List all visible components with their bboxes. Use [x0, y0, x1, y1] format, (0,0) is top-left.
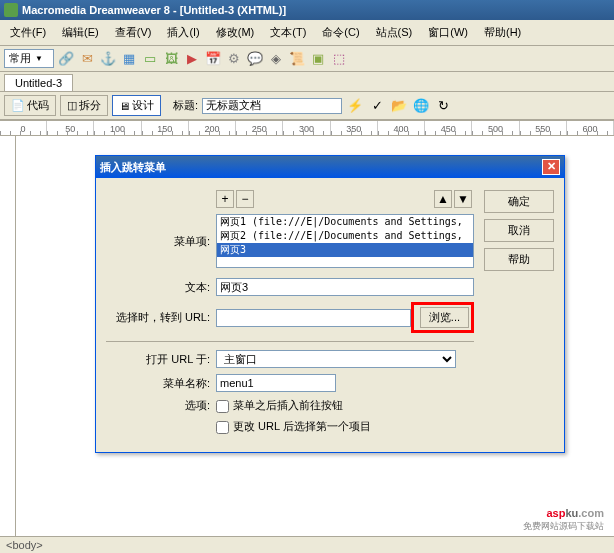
browse-button[interactable]: 浏览... — [420, 307, 469, 328]
option2-label[interactable]: 更改 URL 后选择第一个项目 — [216, 419, 371, 434]
close-icon[interactable]: ✕ — [542, 159, 560, 175]
document-toolbar: 📄代码 ◫拆分 🖥设计 标题: ⚡ ✓ 📂 🌐 ↻ — [0, 92, 614, 120]
layer-icon[interactable]: ▭ — [141, 50, 159, 68]
menu-site[interactable]: 站点(S) — [370, 23, 419, 42]
watermark-sub: 免费网站源码下载站 — [523, 520, 604, 533]
browser-check-icon[interactable]: ⚡ — [346, 97, 364, 115]
menu-help[interactable]: 帮助(H) — [478, 23, 527, 42]
menu-edit[interactable]: 编辑(E) — [56, 23, 105, 42]
menu-name-input[interactable] — [216, 374, 336, 392]
horizontal-ruler: 050100150200250300350400450500550600 — [0, 120, 614, 136]
option1-label[interactable]: 菜单之后插入前往按钮 — [216, 398, 343, 413]
menu-text[interactable]: 文本(T) — [264, 23, 312, 42]
tag-selector[interactable]: <body> — [6, 539, 43, 551]
url-label: 选择时，转到 URL: — [106, 310, 216, 325]
tag-icon[interactable]: ⬚ — [330, 50, 348, 68]
server-icon[interactable]: ⚙ — [225, 50, 243, 68]
list-item[interactable]: 网页3 — [217, 243, 473, 257]
move-down-button[interactable]: ▼ — [454, 190, 472, 208]
vertical-ruler — [0, 136, 16, 536]
image-icon[interactable]: 🖼 — [162, 50, 180, 68]
table-icon[interactable]: ▦ — [120, 50, 138, 68]
app-title: Macromedia Dreamweaver 8 - [Untitled-3 (… — [22, 4, 286, 16]
document-tabs: Untitled-3 — [0, 72, 614, 92]
jump-menu-dialog: 插入跳转菜单 ✕ + − ▲ ▼ 菜单项: 网页1 (file:///E|/Do… — [95, 155, 565, 453]
add-item-button[interactable]: + — [216, 190, 234, 208]
app-titlebar: Macromedia Dreamweaver 8 - [Untitled-3 (… — [0, 0, 614, 20]
code-view-button[interactable]: 📄代码 — [4, 95, 56, 116]
title-label: 标题: — [173, 98, 198, 113]
media-icon[interactable]: ▶ — [183, 50, 201, 68]
template-icon[interactable]: ▣ — [309, 50, 327, 68]
option2-checkbox[interactable] — [216, 421, 229, 434]
split-view-button[interactable]: ◫拆分 — [60, 95, 108, 116]
open-in-select[interactable]: 主窗口 — [216, 350, 456, 368]
toolbar-mode-select[interactable]: 常用▼ — [4, 49, 54, 68]
menu-items-label: 菜单项: — [106, 234, 216, 249]
menu-file[interactable]: 文件(F) — [4, 23, 52, 42]
help-button[interactable]: 帮助 — [484, 248, 554, 271]
dialog-title: 插入跳转菜单 — [100, 160, 166, 175]
hyperlink-icon[interactable]: 🔗 — [57, 50, 75, 68]
menu-insert[interactable]: 插入(I) — [161, 23, 205, 42]
preview-icon[interactable]: 🌐 — [412, 97, 430, 115]
cancel-button[interactable]: 取消 — [484, 219, 554, 242]
email-icon[interactable]: ✉ — [78, 50, 96, 68]
comment-icon[interactable]: 💬 — [246, 50, 264, 68]
menu-items-list[interactable]: 网页1 (file:///E|/Documents and Settings, … — [216, 214, 474, 268]
list-item[interactable]: 网页1 (file:///E|/Documents and Settings, — [217, 215, 473, 229]
menu-window[interactable]: 窗口(W) — [422, 23, 474, 42]
document-tab[interactable]: Untitled-3 — [4, 74, 73, 91]
list-item[interactable]: 网页2 (file:///E|/Documents and Settings, — [217, 229, 473, 243]
design-view-button[interactable]: 🖥设计 — [112, 95, 161, 116]
head-icon[interactable]: ◈ — [267, 50, 285, 68]
menu-modify[interactable]: 修改(M) — [210, 23, 261, 42]
anchor-icon[interactable]: ⚓ — [99, 50, 117, 68]
script-icon[interactable]: 📜 — [288, 50, 306, 68]
menu-commands[interactable]: 命令(C) — [316, 23, 365, 42]
highlight-box: 浏览... — [411, 302, 474, 333]
file-mgmt-icon[interactable]: 📂 — [390, 97, 408, 115]
insert-toolbar: 常用▼ 🔗 ✉ ⚓ ▦ ▭ 🖼 ▶ 📅 ⚙ 💬 ◈ 📜 ▣ ⬚ — [0, 46, 614, 72]
option1-checkbox[interactable] — [216, 400, 229, 413]
text-label: 文本: — [106, 280, 216, 295]
move-up-button[interactable]: ▲ — [434, 190, 452, 208]
text-input[interactable] — [216, 278, 474, 296]
url-input[interactable] — [216, 309, 411, 327]
options-label: 选项: — [106, 398, 216, 413]
menu-view[interactable]: 查看(V) — [109, 23, 158, 42]
dialog-titlebar[interactable]: 插入跳转菜单 ✕ — [96, 156, 564, 178]
main-menubar: 文件(F) 编辑(E) 查看(V) 插入(I) 修改(M) 文本(T) 命令(C… — [0, 20, 614, 46]
remove-item-button[interactable]: − — [236, 190, 254, 208]
open-in-label: 打开 URL 于: — [106, 352, 216, 367]
app-icon — [4, 3, 18, 17]
watermark: aspku.com — [547, 495, 605, 523]
document-title-input[interactable] — [202, 98, 342, 114]
menu-name-label: 菜单名称: — [106, 376, 216, 391]
ok-button[interactable]: 确定 — [484, 190, 554, 213]
date-icon[interactable]: 📅 — [204, 50, 222, 68]
refresh-icon[interactable]: ↻ — [434, 97, 452, 115]
validate-icon[interactable]: ✓ — [368, 97, 386, 115]
status-bar: <body> — [0, 536, 614, 553]
